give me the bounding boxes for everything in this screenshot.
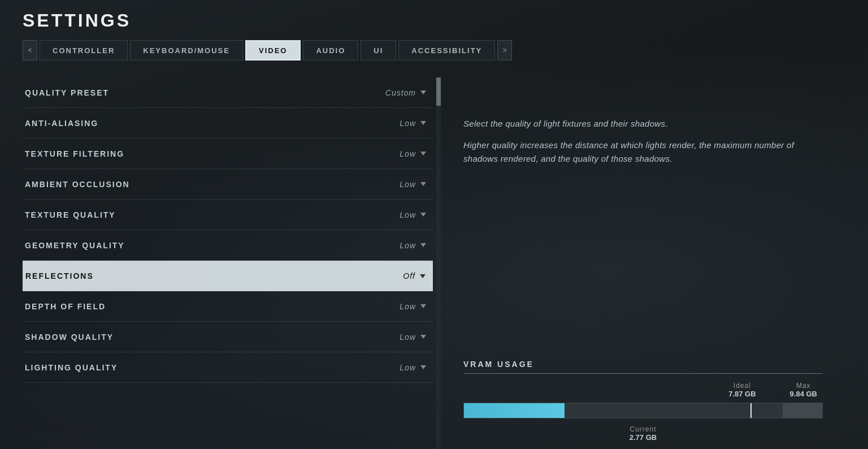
dropdown-arrow [420, 243, 426, 247]
vram-current-block: Current 2.77 GB [463, 425, 823, 442]
dropdown-arrow [420, 304, 426, 308]
setting-ambient-occlusion[interactable]: AMBIENT OCCLUSION Low [23, 169, 433, 200]
setting-quality-preset-value-container: Custom [385, 88, 426, 97]
tabs-bar: < CONTROLLER KEYBOARD/MOUSE VIDEO AUDIO … [23, 40, 845, 61]
tab-audio[interactable]: AUDIO [303, 40, 358, 61]
dropdown-arrow [420, 90, 426, 94]
setting-shadow-quality-value-container: Low [400, 333, 426, 342]
vram-ideal-label: Ideal 7.87 GB [728, 382, 756, 398]
info-panel: Select the quality of light fixtures and… [441, 77, 845, 449]
setting-depth-of-field[interactable]: DEPTH OF FIELD Low [23, 291, 433, 322]
scrollbar[interactable] [436, 77, 441, 449]
setting-shadow-quality[interactable]: SHADOW QUALITY Low [23, 322, 433, 352]
setting-reflections[interactable]: REFLECTIONS Off [23, 261, 433, 291]
vram-section: VRAM USAGE Ideal 7.87 GB Max 9.84 GB [463, 348, 823, 442]
description-line1: Select the quality of light fixtures and… [463, 117, 823, 131]
dropdown-arrow [420, 335, 426, 339]
vram-title-divider [463, 373, 823, 374]
vram-labels-top: Ideal 7.87 GB Max 9.84 GB [463, 382, 823, 398]
vram-bar [463, 403, 823, 418]
settings-panel: QUALITY PRESET Custom ANTI-ALIASING Low [23, 77, 441, 449]
dropdown-arrow [420, 213, 426, 217]
tab-nav-left[interactable]: < [23, 40, 37, 61]
tab-ui[interactable]: UI [361, 40, 396, 61]
setting-lighting-quality[interactable]: LIGHTING QUALITY Low [23, 352, 433, 383]
tab-accessibility[interactable]: ACCESSIBILITY [398, 40, 495, 61]
setting-texture-filtering-value-container: Low [400, 149, 426, 158]
description-text: Select the quality of light fixtures and… [463, 117, 823, 166]
settings-list: QUALITY PRESET Custom ANTI-ALIASING Low [23, 77, 441, 383]
tab-keyboard-mouse[interactable]: KEYBOARD/MOUSE [130, 40, 243, 61]
page-content: SETTINGS < CONTROLLER KEYBOARD/MOUSE VID… [0, 0, 868, 449]
dropdown-arrow [420, 274, 426, 278]
setting-ambient-occlusion-value-container: Low [400, 180, 426, 189]
setting-geometry-quality[interactable]: GEOMETRY QUALITY Low [23, 230, 433, 261]
setting-reflections-value-container: Off [403, 271, 426, 280]
setting-texture-filtering[interactable]: TEXTURE FILTERING Low [23, 139, 433, 169]
main-layout: QUALITY PRESET Custom ANTI-ALIASING Low [23, 77, 845, 449]
vram-title: VRAM USAGE [463, 360, 823, 369]
vram-max-label: Max 9.84 GB [790, 382, 817, 398]
vram-max-fill [783, 403, 822, 418]
dropdown-arrow [420, 152, 426, 156]
page-title: SETTINGS [23, 10, 845, 31]
vram-ideal-marker [750, 403, 752, 418]
dropdown-arrow [420, 182, 426, 186]
setting-texture-quality[interactable]: TEXTURE QUALITY Low [23, 200, 433, 230]
scrollbar-thumb[interactable] [436, 77, 441, 106]
description-line2: Higher quality increases the distance at… [463, 139, 823, 166]
setting-depth-of-field-value-container: Low [400, 302, 426, 311]
setting-texture-quality-value-container: Low [400, 210, 426, 219]
tab-controller[interactable]: CONTROLLER [40, 40, 128, 61]
vram-bar-fill [464, 403, 565, 418]
description-block: Select the quality of light fixtures and… [463, 117, 823, 166]
setting-lighting-quality-value-container: Low [400, 363, 426, 372]
dropdown-arrow [420, 365, 426, 369]
tab-nav-right[interactable]: > [497, 40, 512, 61]
setting-anti-aliasing-value-container: Low [400, 119, 426, 128]
setting-anti-aliasing[interactable]: ANTI-ALIASING Low [23, 108, 433, 139]
setting-quality-preset[interactable]: QUALITY PRESET Custom [23, 77, 433, 108]
setting-geometry-quality-value-container: Low [400, 241, 426, 250]
dropdown-arrow [420, 121, 426, 125]
tab-video[interactable]: VIDEO [245, 40, 301, 61]
